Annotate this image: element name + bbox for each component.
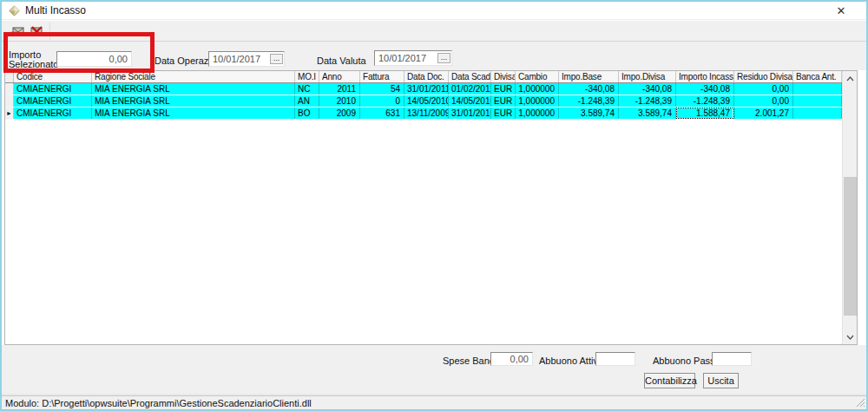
collect-payment-icon[interactable] — [10, 23, 27, 39]
grid-cell[interactable]: 1,000000 — [516, 95, 559, 107]
grid-cell[interactable]: 14/05/2010 — [449, 95, 491, 107]
grid-cell[interactable]: 1.588,47 — [676, 108, 734, 119]
grid-cell[interactable]: MIA ENERGIA SRL — [92, 108, 295, 119]
status-bar: Modulo: D:\Progetti\opwsuite\Programmi\G… — [2, 395, 866, 410]
column-header[interactable]: Fattura — [360, 71, 404, 82]
grid-cell[interactable]: EUR — [491, 95, 516, 107]
grid-cell[interactable]: 14/05/2010 — [404, 95, 449, 107]
close-button[interactable]: ✕ — [828, 2, 854, 20]
column-header[interactable]: Importo Incassato — [676, 71, 734, 82]
column-header[interactable]: Anno — [319, 71, 360, 82]
grid-cell[interactable]: -1.248,39 — [559, 95, 619, 107]
grid-cell[interactable]: 631 — [360, 108, 404, 119]
resize-grip-icon[interactable] — [854, 396, 865, 409]
grid-cell[interactable]: BO — [295, 108, 319, 119]
grid-cell[interactable]: CMIAENERGI — [14, 95, 92, 107]
importo-selezionato-label: Importo Selezionato — [9, 50, 59, 69]
column-header[interactable]: Ragione Sociale — [92, 71, 295, 82]
abbuono-attivo-label: Abbuono Attivo — [539, 356, 603, 366]
abbuono-attivo-input[interactable] — [595, 352, 635, 366]
multi-incasso-window: Multi Incasso ✕ Importo Selezionato — [0, 0, 868, 411]
grid-cell[interactable]: MIA ENERGIA SRL — [92, 83, 295, 95]
app-diamond-icon — [9, 5, 20, 16]
grid-cell[interactable]: 0 — [360, 95, 404, 107]
grid-cell[interactable]: -340,08 — [619, 83, 676, 95]
column-header[interactable]: Divisa — [491, 71, 516, 82]
grid-cell[interactable]: 13/11/2009 — [404, 108, 449, 119]
row-selector-header[interactable] — [5, 71, 14, 82]
grid-cell[interactable]: CMIAENERGI — [14, 108, 92, 119]
title-bar: Multi Incasso ✕ — [2, 2, 866, 20]
grid-cell[interactable]: 2.001,27 — [734, 108, 793, 119]
invoice-grid: CodiceRagione SocialeMO.IAnnoFatturaData… — [4, 70, 858, 345]
grid-cell[interactable]: -340,08 — [676, 83, 734, 95]
grid-cell[interactable]: 3.589,74 — [619, 108, 676, 119]
grid-cell[interactable]: MIA ENERGIA SRL — [92, 95, 295, 107]
grid-cell[interactable]: 01/02/2011 — [449, 83, 491, 95]
column-header[interactable]: Impo.Divisa — [619, 71, 676, 82]
column-header[interactable]: Data Scad. — [449, 71, 491, 82]
column-header[interactable]: Banca Ant. — [793, 71, 842, 82]
grid-cell[interactable]: -1.248,39 — [619, 95, 676, 107]
table-row: ►CMIAENERGIMIA ENERGIA SRLBO200963113/11… — [5, 108, 857, 120]
current-row-marker[interactable]: ► — [5, 108, 14, 119]
grid-cell[interactable]: 1,000000 — [516, 108, 559, 119]
cancel-payment-icon[interactable] — [28, 23, 45, 39]
table-row: CMIAENERGIMIA ENERGIA SRLAN2010014/05/20… — [5, 95, 857, 108]
grid-cell[interactable]: 54 — [360, 83, 404, 95]
data-valuta-picker-button[interactable]: ... — [437, 53, 450, 63]
grid-rows: CMIAENERGIMIA ENERGIA SRLNC20115431/01/2… — [5, 83, 857, 120]
grid-cell[interactable]: 2011 — [319, 83, 360, 95]
column-header[interactable]: MO.I — [295, 71, 319, 82]
vertical-scrollbar[interactable] — [842, 71, 857, 344]
abbuono-passivo-input[interactable] — [712, 352, 752, 366]
row-selector[interactable] — [5, 95, 14, 107]
data-valuta-label: Data Valuta — [317, 55, 366, 66]
status-module-text: Modulo: D:\Progetti\opwsuite\Programmi\G… — [5, 398, 312, 408]
grid-cell[interactable]: 3.589,74 — [559, 108, 619, 119]
column-header[interactable]: Residuo Divisa — [734, 71, 793, 82]
grid-cell[interactable]: NC — [295, 83, 319, 95]
grid-cell[interactable] — [793, 95, 842, 107]
contabilizza-button[interactable]: Contabilizza — [644, 373, 695, 388]
column-header[interactable]: Impo.Base — [559, 71, 619, 82]
grid-cell[interactable]: 2010 — [319, 95, 360, 107]
window-title: Multi Incasso — [25, 4, 86, 16]
grid-cell[interactable]: 0,00 — [734, 95, 793, 107]
grid-cell[interactable] — [793, 83, 842, 95]
grid-cell[interactable]: 1,000000 — [516, 83, 559, 95]
scrollbar-up-icon[interactable] — [843, 71, 858, 86]
grid-cell[interactable]: -340,08 — [559, 83, 619, 95]
form-panel: Importo Selezionato Data Operazione ... … — [2, 42, 866, 70]
grid-header: CodiceRagione SocialeMO.IAnnoFatturaData… — [5, 71, 857, 83]
scrollbar-thumb[interactable] — [844, 177, 857, 316]
grid-cell[interactable]: EUR — [491, 83, 516, 95]
importo-selezionato-input[interactable] — [56, 51, 132, 67]
grid-cell[interactable]: AN — [295, 95, 319, 107]
grid-cell[interactable]: 0,00 — [734, 83, 793, 95]
spese-banca-input[interactable] — [490, 352, 533, 366]
uscita-button[interactable]: Uscita — [703, 373, 739, 388]
grid-cell[interactable]: 2009 — [319, 108, 360, 119]
toolbar — [2, 21, 866, 42]
column-header[interactable]: Codice — [14, 71, 92, 82]
grid-cell[interactable]: EUR — [491, 108, 516, 119]
grid-cell[interactable]: 31/01/2011 — [404, 83, 449, 95]
table-row: CMIAENERGIMIA ENERGIA SRLNC20115431/01/2… — [5, 83, 857, 95]
toolbar-separator — [49, 23, 50, 40]
grid-cell[interactable]: -1.248,39 — [676, 95, 734, 107]
scrollbar-down-icon[interactable] — [843, 329, 858, 344]
row-selector[interactable] — [5, 83, 14, 95]
grid-cell[interactable]: 31/01/2010 — [449, 108, 491, 119]
footer-panel: Spese Banca Abbuono Attivo Abbuono Passi… — [2, 345, 866, 395]
data-operazione-picker-button[interactable]: ... — [270, 54, 283, 64]
column-header[interactable]: Cambio — [516, 71, 559, 82]
grid-cell[interactable]: CMIAENERGI — [14, 83, 92, 95]
column-header[interactable]: Data Doc. — [404, 71, 449, 82]
grid-cell[interactable] — [793, 108, 842, 119]
